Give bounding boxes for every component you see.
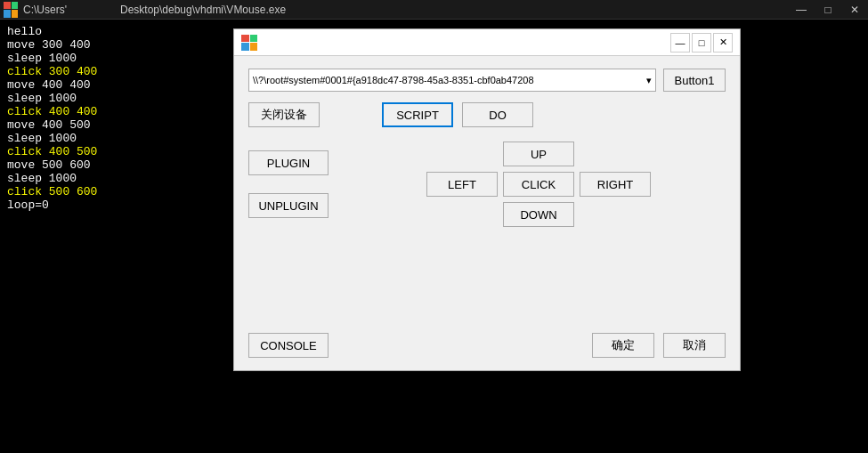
row-bottom-actions: CONSOLE 确定 取消 — [248, 333, 726, 358]
dialog-minimize-button[interactable]: — — [670, 33, 690, 53]
taskbar-user-title: C:\Users' — [23, 4, 67, 16]
click-button[interactable]: CLICK — [503, 172, 574, 197]
close-device-button[interactable]: 关闭设备 — [248, 102, 320, 127]
term-line-11: move 500 600 — [7, 158, 224, 172]
term-line-12: sleep 1000 — [7, 172, 224, 185]
taskbar-close-button[interactable]: ✕ — [841, 0, 868, 20]
dialog-titlebar: — □ ✕ — [234, 29, 740, 56]
terminal-output: hello move 300 400 sleep 1000 click 300 … — [0, 20, 231, 453]
dialog-window: — □ ✕ \\?\root#system#0001#{a918dc47-879… — [233, 28, 741, 371]
row-device-select: \\?\root#system#0001#{a918dc47-8798-45a3… — [248, 69, 726, 92]
term-line-9: sleep 1000 — [7, 132, 224, 145]
term-line-14: loop=0 — [7, 198, 224, 212]
row-main-controls: PLUGIN UNPLUGIN UP LEFT CLICK RIGHT DOWN — [248, 142, 726, 227]
left-button[interactable]: LEFT — [426, 172, 498, 197]
taskbar-maximize-button[interactable]: □ — [815, 0, 841, 20]
dialog-body: \\?\root#system#0001#{a918dc47-8798-45a3… — [234, 56, 740, 370]
device-dropdown-value: \\?\root#system#0001#{a918dc47-8798-45a3… — [253, 75, 534, 85]
down-button[interactable]: DOWN — [503, 202, 574, 227]
dropdown-arrow-icon: ▾ — [646, 75, 652, 86]
row-script-do: 关闭设备 SCRIPT DO — [248, 102, 726, 127]
taskbar-path: Desktop\debug\vhdmi\VMouse.exe — [120, 4, 286, 16]
dialog-title-left — [241, 35, 263, 51]
plugin-controls: PLUGIN UNPLUGIN — [248, 142, 329, 227]
unplugin-button[interactable]: UNPLUGIN — [248, 193, 329, 218]
term-line-10: click 400 500 — [7, 145, 224, 158]
right-button[interactable]: RIGHT — [580, 172, 651, 197]
term-line-3: sleep 1000 — [7, 52, 224, 65]
row-left-click-right: LEFT CLICK RIGHT — [426, 172, 651, 197]
term-line-13: click 500 600 — [7, 185, 224, 198]
console-button[interactable]: CONSOLE — [248, 333, 329, 358]
dialog-window-controls: — □ ✕ — [670, 33, 733, 53]
app-icon — [4, 3, 18, 17]
term-line-8: move 400 500 — [7, 118, 224, 132]
dialog-close-button[interactable]: ✕ — [713, 33, 733, 53]
taskbar-controls: — □ ✕ — [788, 0, 868, 20]
button1-button[interactable]: Button1 — [663, 69, 726, 92]
cancel-button[interactable]: 取消 — [663, 333, 726, 358]
dialog-maximize-button[interactable]: □ — [692, 33, 711, 53]
up-button[interactable]: UP — [503, 142, 574, 166]
device-dropdown[interactable]: \\?\root#system#0001#{a918dc47-8798-45a3… — [248, 69, 656, 92]
directional-pad: UP LEFT CLICK RIGHT DOWN — [426, 142, 651, 227]
bottom-right-buttons: 确定 取消 — [592, 333, 726, 358]
plugin-button[interactable]: PLUGIN — [248, 150, 329, 175]
term-line-2: move 300 400 — [7, 38, 224, 52]
term-line-4: click 300 400 — [7, 65, 224, 78]
do-button[interactable]: DO — [462, 102, 533, 127]
ok-button[interactable]: 确定 — [592, 333, 654, 358]
taskbar: C:\Users' Desktop\debug\vhdmi\VMouse.exe… — [0, 0, 868, 20]
taskbar-minimize-button[interactable]: — — [788, 0, 815, 20]
dialog-app-icon — [241, 35, 257, 51]
script-button[interactable]: SCRIPT — [382, 102, 453, 127]
term-line-1: hello — [7, 25, 224, 38]
term-line-5: move 400 400 — [7, 78, 224, 92]
term-line-7: click 400 400 — [7, 105, 224, 118]
term-line-6: sleep 1000 — [7, 92, 224, 105]
